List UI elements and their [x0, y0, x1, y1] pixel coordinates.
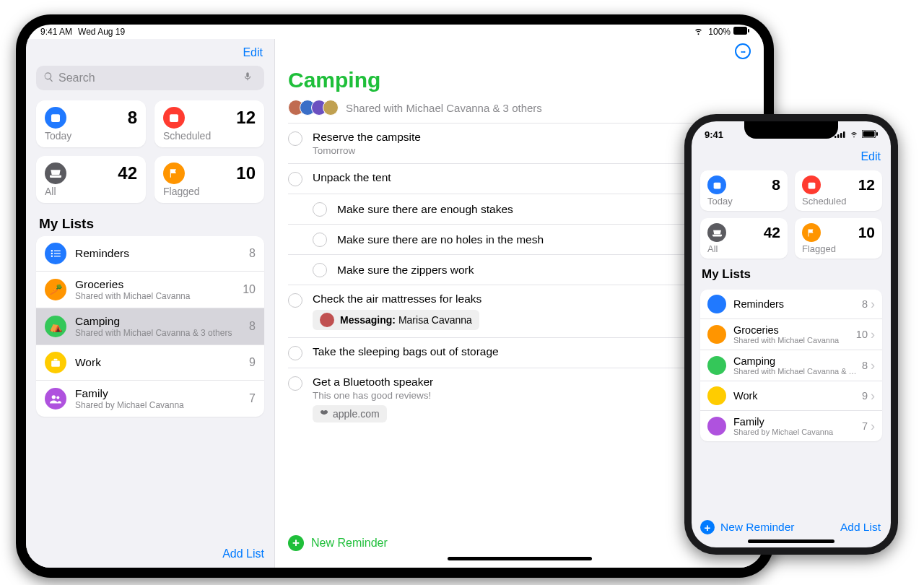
search-input[interactable]: Search — [36, 66, 264, 90]
calendar-icon — [163, 107, 185, 129]
tile-today[interactable]: 8 Today — [36, 100, 146, 147]
chevron-right-icon: › — [871, 298, 875, 311]
svg-point-12 — [52, 395, 56, 399]
calendar-today-icon — [45, 107, 66, 129]
list-count: 9 — [249, 356, 256, 369]
subreminder-item[interactable]: Make sure there are enough stakes — [288, 194, 751, 224]
reminder-checkbox[interactable] — [313, 202, 327, 217]
tile-today-count: 8 — [772, 176, 780, 194]
tile-today-count: 8 — [128, 108, 137, 128]
status-time: 9:41 — [705, 129, 723, 140]
list-item-camping[interactable]: CampingShared with Michael Cavanna & 3 o… — [700, 350, 882, 381]
list-subtitle: Shared with Michael Cavanna & 3 others — [75, 328, 245, 338]
edit-button[interactable]: Edit — [859, 147, 882, 166]
reminder-item[interactable]: Unpack the tent — [288, 163, 751, 194]
list-name: Groceries — [733, 324, 852, 336]
search-icon — [43, 72, 58, 85]
reminder-item[interactable]: Reserve the campsiteTomorrow — [288, 123, 751, 163]
new-reminder-button[interactable]: New Reminder — [311, 537, 388, 550]
svg-rect-7 — [54, 253, 61, 254]
edit-button[interactable]: Edit — [241, 43, 264, 62]
tile-all[interactable]: 42 All — [36, 156, 146, 203]
list-subtitle: Shared by Michael Cavanna — [733, 428, 858, 436]
list-title: Camping — [288, 68, 751, 92]
list-icon — [45, 352, 66, 373]
list-item-groceries[interactable]: 🥕GroceriesShared with Michael Cavanna10 — [36, 271, 264, 308]
list-item-reminders[interactable]: Reminders8 — [36, 236, 264, 271]
shared-with-label: Shared with Michael Cavanna & 3 others — [346, 102, 542, 114]
list-item-family[interactable]: FamilyShared by Michael Cavanna7 — [36, 380, 264, 417]
dictate-icon[interactable] — [243, 70, 257, 86]
reminder-checkbox[interactable] — [313, 233, 327, 247]
list-icon — [707, 356, 726, 375]
reminder-title: Make sure there are enough stakes — [337, 203, 513, 216]
svg-rect-17 — [843, 131, 845, 138]
shared-with-row[interactable]: Shared with Michael Cavanna & 3 others — [288, 100, 751, 123]
avatar — [323, 100, 339, 116]
reminder-checkbox[interactable] — [288, 172, 302, 186]
list-name: Reminders — [733, 298, 858, 310]
list-count: 8 — [249, 247, 256, 260]
tile-all-label: All — [707, 243, 780, 254]
more-button[interactable]: ••• — [735, 43, 751, 59]
sidebar: Edit Search — [26, 39, 274, 568]
list-count: 10 — [243, 283, 256, 296]
svg-rect-16 — [840, 133, 842, 138]
subreminder-item[interactable]: Make sure the zippers work — [288, 254, 751, 285]
tile-scheduled-count: 12 — [858, 176, 875, 194]
list-item-work[interactable]: Work9› — [700, 381, 882, 410]
reminder-item[interactable]: Get a Bluetooth speakerThis one has good… — [288, 368, 751, 430]
reminder-item[interactable]: Take the sleeping bags out of storage — [288, 337, 751, 368]
tile-today-label: Today — [707, 196, 780, 207]
flag-icon — [802, 223, 821, 242]
reminder-checkbox[interactable] — [288, 346, 302, 360]
list-item-groceries[interactable]: GroceriesShared with Michael Cavanna10› — [700, 318, 882, 350]
tile-scheduled[interactable]: 12 Scheduled — [795, 170, 882, 211]
svg-rect-5 — [54, 251, 61, 251]
reminder-checkbox[interactable] — [313, 263, 327, 277]
reminder-title: Make sure there are no holes in the mesh — [337, 233, 544, 246]
tile-all[interactable]: 42 All — [700, 218, 788, 259]
list-item-family[interactable]: FamilyShared by Michael Cavanna7› — [700, 410, 882, 441]
list-subtitle: Shared with Michael Cavanna — [75, 291, 238, 301]
svg-point-8 — [51, 256, 53, 258]
list-name: Family — [75, 387, 245, 400]
list-name: Reminders — [75, 247, 245, 260]
reminder-item[interactable]: Check the air mattresses for leaksMessag… — [288, 285, 751, 337]
add-list-button[interactable]: Add List — [839, 518, 882, 537]
tile-flagged-label: Flagged — [163, 186, 256, 197]
tile-scheduled-label: Scheduled — [163, 130, 256, 142]
messaging-chip[interactable]: Messaging: Marisa Cavanna — [313, 310, 479, 330]
link-chip[interactable]: apple.com — [313, 405, 387, 422]
reminder-checkbox[interactable] — [288, 376, 302, 391]
home-indicator[interactable] — [448, 557, 592, 560]
list-item-work[interactable]: Work9 — [36, 344, 264, 380]
list-item-camping[interactable]: ⛺CampingShared with Michael Cavanna & 3 … — [36, 308, 264, 344]
reminder-checkbox[interactable] — [288, 131, 302, 146]
reminder-checkbox[interactable] — [288, 293, 302, 308]
wifi-icon — [693, 25, 704, 38]
subreminder-item[interactable]: Make sure there are no holes in the mesh — [288, 224, 751, 254]
flag-icon — [163, 162, 185, 184]
tile-flagged[interactable]: 10 Flagged — [154, 156, 264, 203]
svg-rect-21 — [713, 182, 720, 188]
list-item-reminders[interactable]: Reminders8› — [700, 290, 882, 318]
list-name: Family — [733, 416, 858, 428]
list-count: 7 — [862, 420, 868, 432]
tile-flagged[interactable]: 10 Flagged — [795, 218, 882, 259]
home-indicator[interactable] — [748, 540, 834, 543]
iphone-device-frame: 9:41 Edit 8 Today — [684, 114, 898, 555]
battery-icon — [733, 27, 749, 37]
tile-scheduled[interactable]: 12 Scheduled — [154, 100, 264, 147]
new-reminder-button[interactable]: New Reminder — [720, 521, 795, 534]
add-list-button[interactable]: Add List — [222, 547, 264, 560]
tile-today[interactable]: 8 Today — [700, 170, 788, 211]
plus-icon: + — [288, 535, 304, 551]
status-battery: 100% — [708, 27, 731, 37]
svg-rect-15 — [837, 134, 840, 138]
tile-scheduled-label: Scheduled — [802, 196, 875, 207]
list-name: Camping — [733, 355, 858, 367]
tile-all-label: All — [45, 186, 137, 197]
svg-rect-3 — [170, 114, 178, 122]
reminder-title: Make sure the zippers work — [337, 264, 474, 277]
